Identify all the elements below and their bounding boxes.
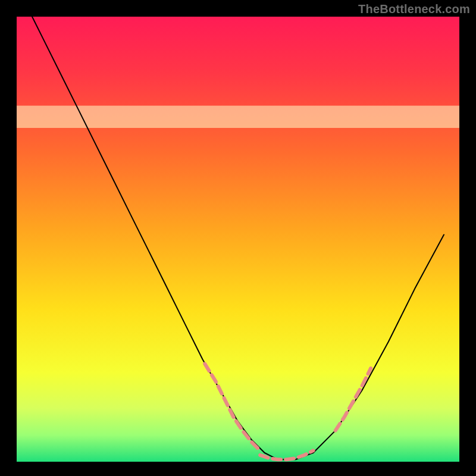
highlight-band — [17, 106, 459, 128]
chart-stage: TheBottleneck.com — [0, 0, 476, 476]
bottleneck-chart — [0, 0, 476, 476]
plot-area — [17, 17, 459, 462]
gradient-background — [17, 17, 459, 462]
